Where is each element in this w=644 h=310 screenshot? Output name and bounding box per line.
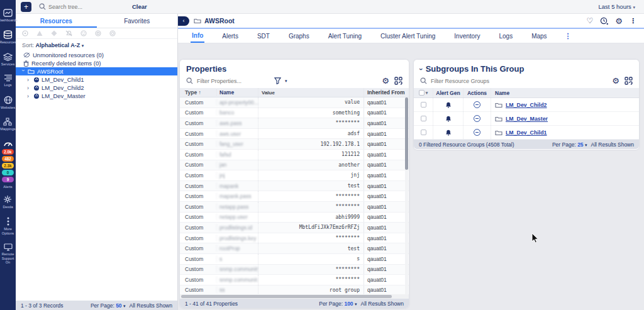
filter-funnel-icon[interactable] [274,77,281,84]
property-row[interactable]: Custom fafsd 121212 qauat01 [180,150,409,160]
subgroup-row[interactable]: LM_Dev_Master [414,112,639,126]
per-page-control[interactable]: Per Page: 50 ▾ [91,302,126,309]
property-row[interactable]: Custom ss root group qauat01 [180,285,409,294]
filter-resource-groups-input[interactable] [431,78,513,84]
select-caret-icon[interactable]: ▾ [426,91,428,96]
tree-search[interactable] [39,3,114,10]
per-page-control[interactable]: Per Page: 100 ▾ [319,301,357,307]
tab-logs[interactable]: Logs [497,30,514,42]
subgroup-link[interactable]: LM_Dev_Child1 [506,130,547,136]
critical-filter-icon[interactable] [22,30,28,36]
property-row[interactable]: Custom snmp.communit... ******** qauat01 [180,275,409,285]
column-header-inherited-from[interactable]: Inherited From [364,88,409,97]
column-header-alert-gen[interactable]: Alert Gen [433,88,463,97]
property-row[interactable]: Custom rootProp test qauat01 [180,243,409,254]
table-settings-gear-icon[interactable]: ⚙ [612,77,619,85]
filter-properties-input[interactable] [197,78,270,84]
column-chooser-icon[interactable] [394,77,402,85]
unack-filter-icon[interactable] [95,30,101,36]
clear-search-button[interactable]: Clear [132,3,147,10]
row-checkbox[interactable] [421,130,426,135]
sort-control[interactable]: Sort: Alphabetical A-Z ▾ [16,39,177,50]
sidebar-item-dexda[interactable]: Dexda [3,195,13,209]
sdt-bell-slash-icon[interactable] [65,30,72,36]
property-row[interactable]: Custom mapank.pass ******** qauat01 [180,191,409,202]
column-header-actions[interactable]: Actions [463,88,491,97]
remove-action-icon[interactable] [474,115,480,122]
more-tabs-icon[interactable]: ⋮ [565,32,572,40]
column-header-name[interactable]: Name [216,89,258,96]
sidebar-item-logs[interactable]: Logs [4,74,13,87]
chevron-right-icon[interactable]: › [27,85,31,91]
property-row[interactable]: Custom api-property00... value qauat01 [180,97,409,108]
tab-inventory[interactable]: Inventory [453,30,481,42]
column-chooser-icon[interactable] [625,77,633,85]
sidebar-item-websites[interactable]: Websites [1,96,15,109]
property-row[interactable]: Custom snmp.community ******** qauat01 [180,265,409,275]
funnel-caret-icon[interactable]: ▾ [285,79,287,84]
row-checkbox[interactable] [421,102,426,108]
sidebar-item-resources[interactable]: Resources [0,30,16,44]
property-row[interactable]: Custom aws.user adsf qauat01 [180,129,409,140]
sidebar-item-remote-support[interactable]: Remote Support On [0,243,16,264]
property-row[interactable]: Custom mapank test qauat01 [180,181,409,192]
sort-value[interactable]: Alphabetical A-Z [36,42,80,48]
alert-count-badge[interactable]: 0 [2,170,14,175]
property-row[interactable]: Custom s s qauat01 [180,254,409,265]
collapse-section-icon[interactable]: › [418,68,425,70]
column-header-type[interactable]: Type ↑ [180,89,216,96]
remove-action-icon[interactable] [474,129,480,136]
warning-filter-icon[interactable] [36,30,43,36]
row-checkbox[interactable] [421,116,426,121]
property-row[interactable]: Custom jan another qauat01 [180,160,409,171]
add-button[interactable]: + [21,2,31,12]
chevron-right-icon[interactable]: › [27,77,31,83]
time-range-selector[interactable]: Last 5 hours ▾ [599,3,635,10]
alert-count-badge[interactable]: 482 [2,156,14,162]
tab-info[interactable]: Info [191,29,204,43]
settings-gear-icon[interactable]: ⚙ [615,17,623,25]
remove-action-icon[interactable] [474,101,480,108]
property-row[interactable]: Custom netapp.pass ******** qauat01 [180,202,409,213]
alert-count-badge[interactable]: 2.0k [2,149,14,155]
subgroup-row[interactable]: LM_Dev_Child1 [414,126,639,140]
tree-item-recently-deleted[interactable]: Recently deleted items (0) [16,59,177,67]
table-settings-gear-icon[interactable]: ⚙ [382,77,389,85]
dead-face-filter-icon[interactable] [80,30,87,36]
chevron-down-icon[interactable]: › [20,69,26,74]
property-row[interactable]: Custom aws.pass ******** qauat01 [180,118,409,129]
error-filter-icon[interactable] [51,30,57,36]
property-row[interactable]: Custom prodlistings.id MbtLdFiJXk7Emz6rR… [180,223,409,233]
more-actions-icon[interactable]: ⋮ [630,17,636,25]
per-page-control[interactable]: Per Page: 25 ▾ [552,141,587,148]
property-row[interactable]: Custom prodlistings.key ******** qauat01 [180,233,409,244]
sidebar-item-alerts[interactable]: 2.0k4822.3k09 Alerts [2,140,14,189]
property-row[interactable]: Custom netapp.user abhi9999 qauat01 [180,213,409,223]
tab-sdt[interactable]: SDT [256,30,271,42]
subgroup-row[interactable]: LM_Dev_Child2 [414,98,639,112]
subgroup-link[interactable]: LM_Dev_Child2 [506,102,547,108]
sidebar-item-more-options[interactable]: More Options [0,217,16,235]
tree-item-child[interactable]: › LM_Dev_Child2 [16,84,177,92]
tab-alert-tuning[interactable]: Alert Tuning [327,30,363,42]
tree-item-child[interactable]: › LM_Dev_Child1 [16,75,177,84]
tree-item-child[interactable]: › LM_Dev_Master [16,92,177,100]
tab-resources[interactable]: Resources [16,14,97,28]
property-row[interactable]: Custom fang_user 192.192.178.1 qauat01 [180,139,409,150]
tree-item-unmonitored[interactable]: Unmonitored resources (0) [16,51,177,59]
vertical-scrollbar[interactable] [405,97,408,294]
history-clock-icon[interactable] [600,17,608,25]
tab-alerts[interactable]: Alerts [221,30,240,42]
column-header-value[interactable]: Value [258,88,364,97]
collapse-tree-button[interactable]: ‹ [178,16,189,26]
chevron-right-icon[interactable]: › [27,93,31,99]
alert-count-badge[interactable]: 9 [2,177,14,182]
sidebar-item-dashboards[interactable]: Dashboards [0,9,18,22]
tab-cluster-alert-tuning[interactable]: Cluster Alert Tuning [379,30,436,42]
alert-count-badge[interactable]: 2.3k [2,163,14,169]
tab-maps[interactable]: Maps [530,30,548,42]
column-header-name[interactable]: Name [491,88,639,97]
search-tree-input[interactable] [48,4,111,10]
sidebar-item-mappings[interactable]: Mappings [0,118,15,131]
property-row[interactable]: Custom banco something qauat01 [180,108,409,119]
